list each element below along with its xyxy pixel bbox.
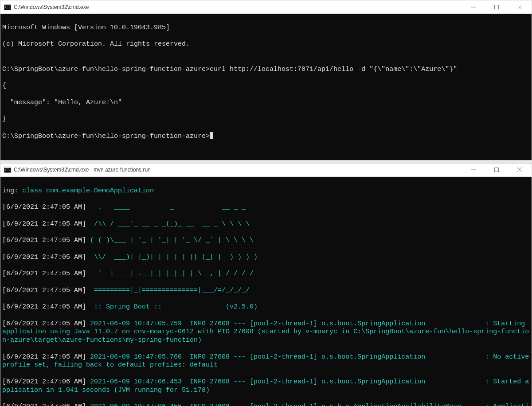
console-prompt-line: C:\SpringBoot\azure-fun\hello-spring-fun… bbox=[2, 132, 530, 141]
cursor bbox=[210, 132, 213, 139]
console-line: [6/9/2021 2:47:05 AM] \\/ ___)| |_)| | |… bbox=[2, 254, 530, 262]
console-line: [6/9/2021 2:47:05 AM] 2021-06-09 10:47:0… bbox=[2, 353, 530, 370]
console-line: [6/9/2021 2:47:05 AM] =========|_|======… bbox=[2, 287, 530, 295]
svg-text:C:\: C:\ bbox=[5, 5, 10, 9]
console-line: C:\SpringBoot\azure-fun\hello-spring-fun… bbox=[2, 66, 530, 74]
close-button[interactable] bbox=[509, 163, 530, 176]
maximize-button[interactable] bbox=[486, 0, 507, 14]
console-line: [6/9/2021 2:47:06 AM] 2021-06-09 10:47:0… bbox=[2, 403, 530, 406]
console-line: Microsoft Windows [Version 10.0.19043.98… bbox=[2, 24, 530, 32]
close-button[interactable] bbox=[509, 0, 530, 14]
console-output[interactable]: Microsoft Windows [Version 10.0.19043.98… bbox=[0, 14, 532, 160]
window-title: C:\Windows\System32\cmd.exe - mvn azure-… bbox=[14, 167, 151, 173]
console-output[interactable]: ing: class com.example.DemoApplication [… bbox=[0, 177, 532, 406]
console-line: [6/9/2021 2:47:06 AM] 2021-06-09 10:47:0… bbox=[2, 378, 530, 395]
cmd-window-1: C:\ C:\Windows\System32\cmd.exe Microsof… bbox=[0, 0, 532, 160]
window-title: C:\Windows\System32\cmd.exe bbox=[14, 4, 89, 10]
svg-rect-4 bbox=[495, 5, 499, 9]
console-line: [6/9/2021 2:47:05 AM] ' |____| .__|_| |_… bbox=[2, 270, 530, 278]
console-line: (c) Microsoft Corporation. All rights re… bbox=[2, 40, 530, 49]
title-bar[interactable]: C:\ C:\Windows\System32\cmd.exe - mvn az… bbox=[0, 164, 532, 177]
console-line: [6/9/2021 2:47:05 AM] 2021-06-09 10:47:0… bbox=[2, 320, 530, 345]
cmd-window-2: C:\ C:\Windows\System32\cmd.exe - mvn az… bbox=[0, 163, 532, 406]
svg-text:C:\: C:\ bbox=[5, 168, 10, 172]
minimize-button[interactable] bbox=[463, 0, 484, 14]
console-line: "message": "Hello, Azure!\n" bbox=[2, 99, 530, 107]
maximize-button[interactable] bbox=[486, 163, 507, 176]
console-line: [6/9/2021 2:47:05 AM] /\\ / ___'_ __ _ _… bbox=[2, 220, 530, 229]
title-bar[interactable]: C:\ C:\Windows\System32\cmd.exe bbox=[0, 0, 532, 14]
cmd-icon: C:\ bbox=[4, 166, 11, 173]
console-line: { bbox=[2, 82, 530, 90]
minimize-button[interactable] bbox=[463, 163, 484, 176]
svg-rect-11 bbox=[495, 168, 499, 172]
console-line: [6/9/2021 2:47:05 AM] ( ( )\___ | '_ | '… bbox=[2, 237, 530, 245]
cmd-icon: C:\ bbox=[4, 4, 11, 11]
console-line: } bbox=[2, 115, 530, 124]
console-line: [6/9/2021 2:47:05 AM] . ____ _ __ _ _ bbox=[2, 203, 530, 212]
console-prompt: C:\SpringBoot\azure-fun\hello-spring-fun… bbox=[2, 133, 210, 140]
console-line: ing: class com.example.DemoApplication bbox=[2, 187, 530, 195]
console-line: [6/9/2021 2:47:05 AM] :: Spring Boot :: … bbox=[2, 303, 530, 312]
